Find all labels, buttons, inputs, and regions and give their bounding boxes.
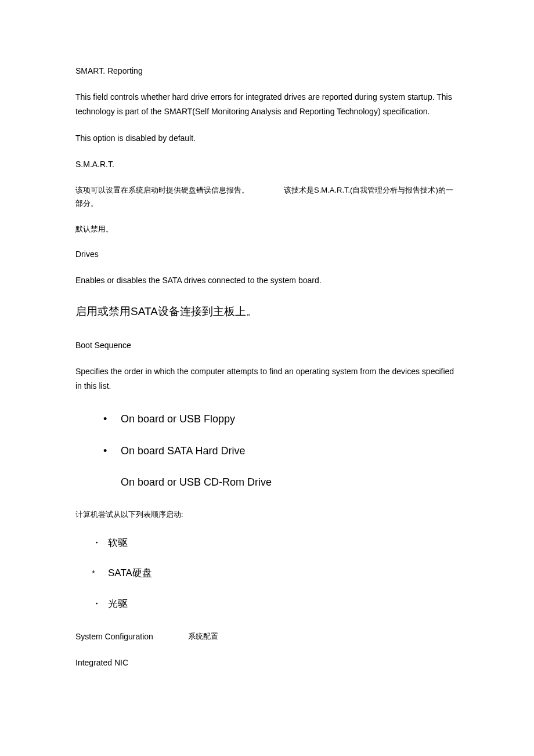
bullet-icon: •: [103, 442, 121, 460]
boot-cn-list-item: * SATA硬盘: [92, 565, 459, 583]
smart-desc: This field controls whether hard drive e…: [75, 90, 459, 119]
bullet-icon: ・: [92, 595, 108, 613]
smart-cn-default: 默认禁用。: [75, 222, 459, 236]
boot-cn-item-text: 光驱: [108, 595, 128, 613]
boot-cn-list: ・ 软驱 * SATA硬盘 ・ 光驱: [75, 534, 459, 613]
asterisk-icon: *: [92, 565, 108, 581]
bullet-icon: •: [103, 410, 121, 428]
smart-cn-desc-p1: 该项可以设置在系统启动时提供硬盘错误信息报告。: [75, 186, 249, 194]
smart-cn-desc: 该项可以设置在系统启动时提供硬盘错误信息报告。该技术是S.M.A.R.T.(自我…: [75, 183, 459, 211]
smart-reporting-title: SMART. Reporting: [75, 64, 459, 78]
boot-cn-lead: 计算机尝试从以下列表顺序启动:: [75, 508, 459, 521]
sysconf-title-en: System Configuration: [75, 630, 153, 644]
drives-desc: Enables or disables the SATA drives conn…: [75, 273, 459, 288]
smart-default-note: This option is disabled by default.: [75, 131, 459, 146]
boot-cn-item-text: SATA硬盘: [108, 565, 152, 583]
boot-cn-list-item: ・ 光驱: [92, 595, 459, 613]
integrated-nic: Integrated NIC: [75, 656, 459, 670]
sysconf-title-cn: 系统配置: [188, 630, 218, 644]
boot-item-text: On board SATA Hard Drive: [121, 442, 245, 460]
drives-cn-desc: 启用或禁用SATA设备连接到主板上。: [75, 302, 459, 321]
boot-list-item: • On board SATA Hard Drive: [103, 442, 459, 460]
drives-title: Drives: [75, 247, 459, 262]
boot-title: Boot Sequence: [75, 338, 459, 353]
boot-cn-item-text: 软驱: [108, 534, 128, 552]
boot-item-text: On board or USB Floppy: [121, 410, 235, 428]
boot-item-text: On board or USB CD-Rom Drive: [121, 476, 272, 488]
boot-list-item: On board or USB CD-Rom Drive: [103, 473, 459, 491]
boot-desc: Specifies the order in which the compute…: [75, 364, 459, 393]
boot-list-item: • On board or USB Floppy: [103, 410, 459, 428]
boot-cn-list-item: ・ 软驱: [92, 534, 459, 552]
boot-list: • On board or USB Floppy • On board SATA…: [75, 410, 459, 491]
smart-abbr: S.M.A.R.T.: [75, 157, 459, 172]
sysconf-row: System Configuration 系统配置: [75, 630, 459, 644]
bullet-icon: ・: [92, 534, 108, 552]
